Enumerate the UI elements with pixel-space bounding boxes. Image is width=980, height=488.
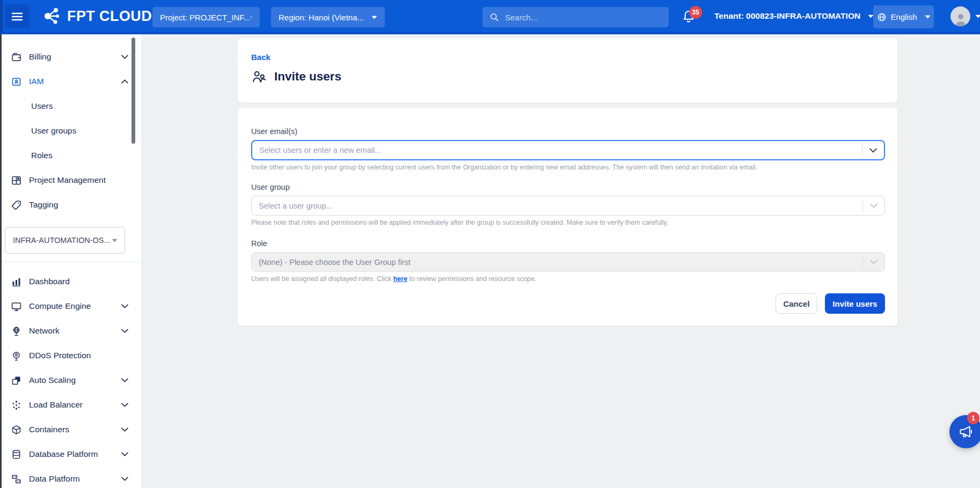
search-input[interactable] (505, 13, 662, 22)
role-select[interactable]: (None) - Please choose the User Group fi… (251, 252, 885, 272)
sidebar: Billing IAM Users User groups Roles (0, 34, 142, 488)
sidebar-item-label: Containers (29, 425, 69, 434)
user-emails-label: User email(s) (251, 127, 885, 136)
auto-scaling-icon (10, 374, 22, 386)
role-helper-link[interactable]: here (393, 275, 407, 283)
chevron-down-icon (121, 378, 128, 382)
tenant-selector[interactable]: Tenant: 000823-INFRA-AUTOMATION (714, 0, 874, 32)
chevron-up-icon (121, 79, 128, 84)
sidebar-item-label: Project Management (29, 175, 106, 185)
cancel-button[interactable]: Cancel (776, 293, 817, 314)
role-value: (None) - Please choose the User Group fi… (252, 258, 862, 267)
sidebar-item-label: Network (29, 326, 60, 336)
load-balancer-icon (10, 399, 22, 411)
user-group-select[interactable]: Select a user group... (251, 196, 885, 216)
sidebar-item-project-management[interactable]: Project Management (0, 168, 141, 193)
search-icon (489, 12, 500, 23)
sidebar-item-label: Database Platform (29, 449, 98, 459)
caret-down-icon (975, 14, 980, 18)
globe-icon (876, 12, 887, 23)
sidebar-item-label: Load Balancer (29, 400, 83, 410)
sidebar-divider (0, 262, 141, 262)
fpt-cloud-logo[interactable]: FPT CLOUD (41, 0, 152, 32)
announcements-button[interactable]: 1 (949, 415, 980, 448)
wallet-icon (10, 51, 22, 63)
sidebar-item-load-balancer[interactable]: Load Balancer (0, 393, 141, 417)
user-menu[interactable] (950, 0, 980, 32)
sidebar-item-user-groups[interactable]: User groups (0, 119, 141, 143)
notification-count-badge: 35 (689, 6, 702, 19)
monitor-icon (10, 300, 22, 312)
project-selector-label: Project: PROJECT_INF... (160, 13, 250, 22)
sidebar-project-dropdown[interactable]: INFRA-AUTOMATION-OS... (5, 227, 125, 254)
main-content: Back Invite users User email(s) Invite o… (142, 34, 980, 488)
language-selector[interactable]: English (873, 5, 934, 28)
ddos-protection-icon (10, 350, 22, 361)
sidebar-item-label: Auto Scaling (29, 375, 76, 385)
caret-down-icon (371, 16, 377, 19)
caret-down-icon (112, 239, 118, 242)
person-icon (953, 11, 969, 26)
sidebar-item-tagging[interactable]: Tagging (0, 193, 141, 217)
bar-chart-icon (10, 276, 22, 287)
invite-users-button[interactable]: Invite users (825, 293, 885, 314)
user-emails-helper: Invite other users to join your group by… (251, 164, 885, 171)
fpt-logo-icon (41, 5, 62, 27)
sidebar-item-label: Billing (29, 52, 51, 62)
logo-text: FPT CLOUD (67, 8, 152, 25)
hamburger-icon (11, 10, 24, 23)
avatar (950, 6, 970, 26)
sidebar-item-label: Compute Engine (29, 301, 91, 311)
language-label: English (890, 12, 917, 21)
role-helper: Users will be assigned all displayed rol… (251, 275, 885, 283)
announcement-count-badge: 1 (967, 412, 979, 424)
sidebar-item-iam[interactable]: IAM (0, 69, 141, 94)
user-emails-field (251, 140, 885, 160)
network-globe-icon (10, 325, 22, 337)
data-platform-icon (10, 473, 22, 485)
region-selector[interactable]: Region: Hanoi (Vietna... (271, 7, 385, 27)
database-icon (10, 448, 22, 460)
chevron-down-icon (121, 304, 128, 308)
sidebar-item-label: IAM (29, 77, 44, 86)
sidebar-scrollbar[interactable] (131, 38, 135, 144)
user-emails-input[interactable] (252, 146, 862, 154)
global-search[interactable] (482, 7, 669, 27)
sidebar-item-label: Roles (31, 151, 53, 160)
menu-button[interactable] (5, 4, 30, 28)
sidebar-item-billing[interactable]: Billing (0, 45, 141, 69)
chevron-down-icon (121, 55, 128, 59)
invite-users-icon (251, 69, 267, 85)
sidebar-item-data-platform[interactable]: Data Platform (0, 467, 141, 488)
tenant-label: Tenant: 000823-INFRA-AUTOMATION (714, 11, 860, 21)
back-link[interactable]: Back (251, 53, 270, 62)
sidebar-item-users[interactable]: Users (0, 94, 141, 119)
chevron-down-icon (121, 452, 128, 456)
sidebar-item-compute-engine[interactable]: Compute Engine (0, 294, 141, 319)
sidebar-item-dashboard[interactable]: Dashboard (0, 269, 141, 294)
sidebar-item-database-platform[interactable]: Database Platform (0, 442, 141, 467)
role-label: Role (251, 239, 885, 248)
caret-down-icon (250, 16, 252, 19)
sidebar-item-ddos-protection[interactable]: DDoS Protection (0, 343, 141, 368)
chevron-down-icon (121, 403, 128, 407)
sidebar-item-containers[interactable]: Containers (0, 417, 141, 442)
region-selector-label: Region: Hanoi (Vietna... (279, 13, 364, 22)
sidebar-item-label: Users (31, 101, 53, 111)
page-title: Invite users (274, 70, 341, 84)
megaphone-icon (958, 424, 974, 440)
caret-down-icon (925, 15, 931, 19)
sidebar-item-label: Data Platform (29, 474, 80, 484)
user-group-label: User group (251, 183, 885, 191)
chevron-down-icon (863, 203, 884, 208)
sidebar-item-network[interactable]: Network (0, 319, 141, 343)
sidebar-item-auto-scaling[interactable]: Auto Scaling (0, 368, 141, 393)
chevron-down-icon (121, 427, 128, 432)
sidebar-item-roles[interactable]: Roles (0, 143, 141, 168)
chevron-down-icon[interactable] (862, 148, 884, 153)
top-navbar: FPT CLOUD Project: PROJECT_INF... Region… (0, 0, 980, 34)
user-group-helper: Please note that roles and permissions w… (251, 219, 885, 226)
sidebar-project-dropdown-value: INFRA-AUTOMATION-OS... (13, 236, 111, 245)
id-badge-icon (10, 76, 22, 87)
project-selector[interactable]: Project: PROJECT_INF... (152, 7, 260, 27)
